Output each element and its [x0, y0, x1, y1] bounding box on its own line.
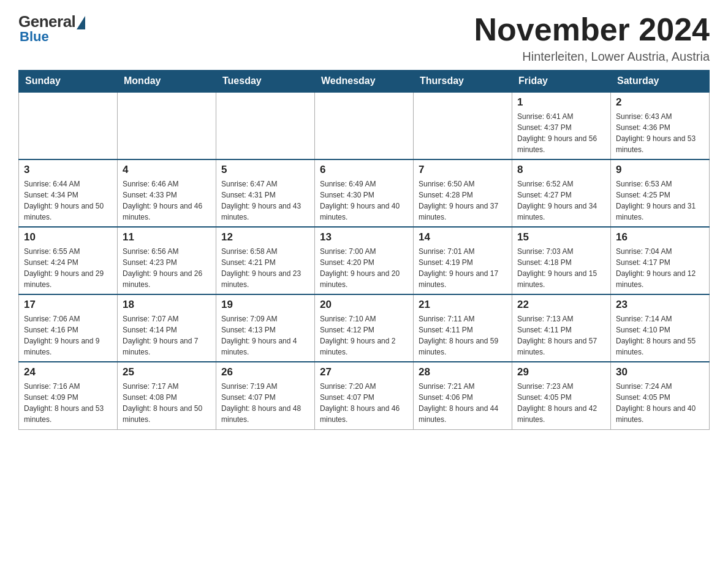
day-info: Sunrise: 7:20 AM Sunset: 4:07 PM Dayligh… — [320, 381, 408, 425]
table-cell: 21Sunrise: 7:11 AM Sunset: 4:11 PM Dayli… — [414, 294, 512, 362]
day-info: Sunrise: 6:58 AM Sunset: 4:21 PM Dayligh… — [221, 246, 309, 290]
day-number: 2 — [616, 96, 704, 109]
week-row-0: 1Sunrise: 6:41 AM Sunset: 4:37 PM Daylig… — [19, 92, 710, 159]
day-info: Sunrise: 7:10 AM Sunset: 4:12 PM Dayligh… — [320, 313, 408, 358]
week-row-3: 17Sunrise: 7:06 AM Sunset: 4:16 PM Dayli… — [19, 294, 710, 362]
table-cell: 16Sunrise: 7:04 AM Sunset: 4:17 PM Dayli… — [611, 227, 710, 294]
table-cell: 23Sunrise: 7:14 AM Sunset: 4:10 PM Dayli… — [611, 294, 710, 362]
logo-triangle-icon — [77, 16, 85, 29]
table-cell: 14Sunrise: 7:01 AM Sunset: 4:19 PM Dayli… — [414, 227, 512, 294]
day-info: Sunrise: 7:03 AM Sunset: 4:18 PM Dayligh… — [517, 246, 605, 290]
day-info: Sunrise: 7:00 AM Sunset: 4:20 PM Dayligh… — [320, 246, 408, 290]
table-cell: 22Sunrise: 7:13 AM Sunset: 4:11 PM Dayli… — [512, 294, 611, 362]
day-number: 20 — [320, 299, 408, 311]
table-cell: 8Sunrise: 6:52 AM Sunset: 4:27 PM Daylig… — [512, 159, 611, 227]
day-number: 25 — [123, 366, 211, 378]
day-info: Sunrise: 7:24 AM Sunset: 4:05 PM Dayligh… — [616, 381, 704, 425]
day-info: Sunrise: 7:14 AM Sunset: 4:10 PM Dayligh… — [616, 313, 704, 358]
table-cell: 24Sunrise: 7:16 AM Sunset: 4:09 PM Dayli… — [19, 362, 118, 429]
day-info: Sunrise: 7:16 AM Sunset: 4:09 PM Dayligh… — [24, 381, 112, 425]
day-number: 12 — [221, 231, 309, 243]
table-cell — [414, 92, 512, 159]
day-number: 18 — [123, 299, 211, 311]
table-cell: 25Sunrise: 7:17 AM Sunset: 4:08 PM Dayli… — [118, 362, 216, 429]
header-thursday: Thursday — [414, 71, 512, 93]
header-sunday: Sunday — [19, 71, 118, 93]
day-number: 28 — [419, 366, 507, 378]
day-info: Sunrise: 6:49 AM Sunset: 4:30 PM Dayligh… — [320, 178, 408, 223]
day-number: 1 — [517, 96, 605, 109]
weekday-header-row: Sunday Monday Tuesday Wednesday Thursday… — [19, 71, 710, 93]
table-cell: 30Sunrise: 7:24 AM Sunset: 4:05 PM Dayli… — [611, 362, 710, 429]
day-number: 8 — [517, 164, 605, 176]
day-number: 16 — [616, 231, 704, 243]
day-number: 17 — [24, 299, 112, 311]
day-info: Sunrise: 6:41 AM Sunset: 4:37 PM Dayligh… — [517, 111, 605, 155]
day-info: Sunrise: 7:01 AM Sunset: 4:19 PM Dayligh… — [419, 246, 507, 290]
table-cell: 7Sunrise: 6:50 AM Sunset: 4:28 PM Daylig… — [414, 159, 512, 227]
table-cell: 2Sunrise: 6:43 AM Sunset: 4:36 PM Daylig… — [611, 92, 710, 159]
location-text: Hinterleiten, Lower Austria, Austria — [474, 50, 710, 64]
header-monday: Monday — [118, 71, 216, 93]
day-number: 24 — [24, 366, 112, 378]
table-cell: 13Sunrise: 7:00 AM Sunset: 4:20 PM Dayli… — [315, 227, 414, 294]
week-row-4: 24Sunrise: 7:16 AM Sunset: 4:09 PM Dayli… — [19, 362, 710, 429]
day-info: Sunrise: 6:44 AM Sunset: 4:34 PM Dayligh… — [24, 178, 112, 223]
table-cell: 27Sunrise: 7:20 AM Sunset: 4:07 PM Dayli… — [315, 362, 414, 429]
day-number: 6 — [320, 164, 408, 176]
table-cell: 3Sunrise: 6:44 AM Sunset: 4:34 PM Daylig… — [19, 159, 118, 227]
day-number: 10 — [24, 231, 112, 243]
table-cell: 29Sunrise: 7:23 AM Sunset: 4:05 PM Dayli… — [512, 362, 611, 429]
table-cell: 5Sunrise: 6:47 AM Sunset: 4:31 PM Daylig… — [216, 159, 315, 227]
page-header: General Blue November 2024 Hinterleiten,… — [18, 12, 710, 64]
table-cell: 10Sunrise: 6:55 AM Sunset: 4:24 PM Dayli… — [19, 227, 118, 294]
table-cell: 19Sunrise: 7:09 AM Sunset: 4:13 PM Dayli… — [216, 294, 315, 362]
table-cell — [19, 92, 118, 159]
logo-blue-text: Blue — [20, 29, 49, 45]
table-cell: 26Sunrise: 7:19 AM Sunset: 4:07 PM Dayli… — [216, 362, 315, 429]
day-number: 13 — [320, 231, 408, 243]
table-cell: 28Sunrise: 7:21 AM Sunset: 4:06 PM Dayli… — [414, 362, 512, 429]
day-info: Sunrise: 7:11 AM Sunset: 4:11 PM Dayligh… — [419, 313, 507, 358]
day-number: 23 — [616, 299, 704, 311]
day-number: 21 — [419, 299, 507, 311]
day-number: 27 — [320, 366, 408, 378]
day-info: Sunrise: 6:53 AM Sunset: 4:25 PM Dayligh… — [616, 178, 704, 223]
table-cell — [315, 92, 414, 159]
day-info: Sunrise: 6:56 AM Sunset: 4:23 PM Dayligh… — [123, 246, 211, 290]
day-info: Sunrise: 7:04 AM Sunset: 4:17 PM Dayligh… — [616, 246, 704, 290]
day-number: 3 — [24, 164, 112, 176]
header-wednesday: Wednesday — [315, 71, 414, 93]
title-area: November 2024 Hinterleiten, Lower Austri… — [474, 12, 710, 64]
day-number: 22 — [517, 299, 605, 311]
day-info: Sunrise: 7:21 AM Sunset: 4:06 PM Dayligh… — [419, 381, 507, 425]
day-number: 19 — [221, 299, 309, 311]
week-row-1: 3Sunrise: 6:44 AM Sunset: 4:34 PM Daylig… — [19, 159, 710, 227]
day-info: Sunrise: 7:06 AM Sunset: 4:16 PM Dayligh… — [24, 313, 112, 358]
day-info: Sunrise: 7:17 AM Sunset: 4:08 PM Dayligh… — [123, 381, 211, 425]
table-cell: 4Sunrise: 6:46 AM Sunset: 4:33 PM Daylig… — [118, 159, 216, 227]
day-info: Sunrise: 6:52 AM Sunset: 4:27 PM Dayligh… — [517, 178, 605, 223]
header-friday: Friday — [512, 71, 611, 93]
table-cell: 17Sunrise: 7:06 AM Sunset: 4:16 PM Dayli… — [19, 294, 118, 362]
day-info: Sunrise: 7:19 AM Sunset: 4:07 PM Dayligh… — [221, 381, 309, 425]
day-info: Sunrise: 6:47 AM Sunset: 4:31 PM Dayligh… — [221, 178, 309, 223]
day-number: 26 — [221, 366, 309, 378]
day-number: 30 — [616, 366, 704, 378]
day-info: Sunrise: 6:46 AM Sunset: 4:33 PM Dayligh… — [123, 178, 211, 223]
day-info: Sunrise: 7:23 AM Sunset: 4:05 PM Dayligh… — [517, 381, 605, 425]
day-number: 7 — [419, 164, 507, 176]
day-info: Sunrise: 6:55 AM Sunset: 4:24 PM Dayligh… — [24, 246, 112, 290]
header-tuesday: Tuesday — [216, 71, 315, 93]
day-info: Sunrise: 7:13 AM Sunset: 4:11 PM Dayligh… — [517, 313, 605, 358]
table-cell: 11Sunrise: 6:56 AM Sunset: 4:23 PM Dayli… — [118, 227, 216, 294]
day-number: 15 — [517, 231, 605, 243]
table-cell: 1Sunrise: 6:41 AM Sunset: 4:37 PM Daylig… — [512, 92, 611, 159]
month-title: November 2024 — [474, 12, 710, 47]
day-info: Sunrise: 6:50 AM Sunset: 4:28 PM Dayligh… — [419, 178, 507, 223]
day-number: 5 — [221, 164, 309, 176]
week-row-2: 10Sunrise: 6:55 AM Sunset: 4:24 PM Dayli… — [19, 227, 710, 294]
day-info: Sunrise: 7:09 AM Sunset: 4:13 PM Dayligh… — [221, 313, 309, 358]
table-cell: 9Sunrise: 6:53 AM Sunset: 4:25 PM Daylig… — [611, 159, 710, 227]
logo: General Blue — [18, 12, 85, 45]
